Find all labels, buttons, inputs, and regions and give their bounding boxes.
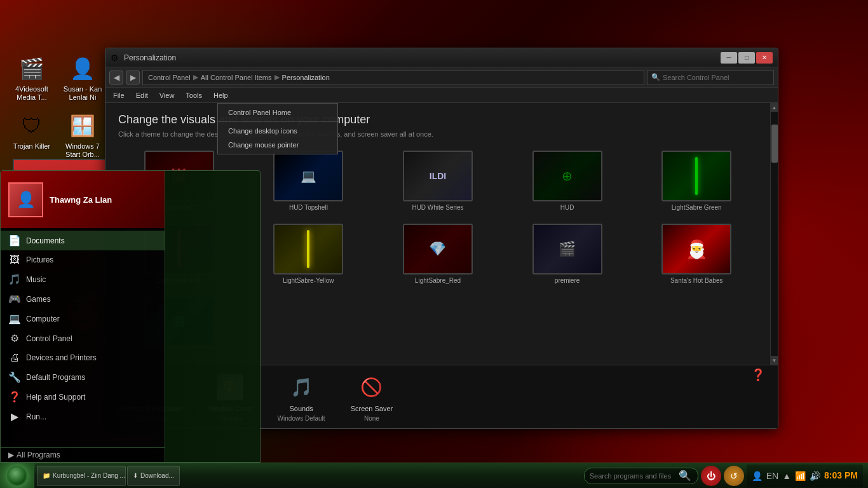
start-button[interactable]: [0, 463, 34, 489]
scrollbar[interactable]: ▲ ▼: [770, 103, 778, 365]
menu-item-cp-home[interactable]: Control Panel Home: [218, 105, 337, 119]
start-menu-top: 👤 Thawng Za Lian 📄 Documents 🖼 Pictures …: [1, 171, 260, 462]
start-item-documents[interactable]: 📄 Documents: [1, 231, 165, 250]
start-menu-items: 📄 Documents 🖼 Pictures 🎵 Music 🎮 Games: [1, 228, 165, 447]
menu-item-mouse-pointer[interactable]: Change mouse pointer: [218, 138, 337, 152]
theme-lightsabre-green[interactable]: LightSabre Green: [635, 148, 757, 214]
computer-icon: 💻: [8, 313, 21, 325]
start-item-games[interactable]: 🎮 Games: [1, 289, 165, 309]
help-sm-icon: ❓: [8, 391, 21, 403]
theme-lightsabre-yellow[interactable]: LightSabre-Yellow: [248, 221, 370, 287]
tray-icon-1[interactable]: 👤: [752, 471, 763, 481]
cp-subtext: Click a theme to change the desktop back…: [118, 130, 757, 138]
taskbar-search-icon: 🔍: [679, 470, 691, 482]
breadcrumb-bar: Control Panel ▶ All Control Panel Items …: [142, 70, 644, 85]
run-label: Run...: [26, 412, 46, 421]
taskbar-running-apps: 📁 Kurbungbel - Ziin Dang ... ⬇ Download.…: [34, 466, 581, 486]
maximize-button[interactable]: □: [738, 52, 755, 64]
start-menu-right: [165, 171, 260, 462]
kurbungbel-icon: 📁: [43, 472, 50, 479]
sep2: ▶: [275, 73, 280, 81]
theme-hud-topshell[interactable]: 💻 HUD Topshell: [248, 148, 370, 214]
taskbar-search-input[interactable]: [590, 472, 679, 480]
running-app-kurbungbel[interactable]: 📁 Kurbungbel - Ziin Dang ...: [37, 466, 126, 486]
screen-saver-sub: None: [364, 415, 379, 422]
start-menu-bottom: ▶ All Programs: [1, 447, 165, 462]
taskbar-search: 🔍: [584, 468, 698, 484]
theme-label-lightsabre-red: LightSabre_Red: [415, 277, 461, 284]
theme-label-hud-white: HUD White Series: [412, 204, 463, 211]
forward-button[interactable]: ▶: [126, 71, 140, 85]
start-item-devices[interactable]: 🖨 Devices and Printers: [1, 348, 165, 367]
breadcrumb-personalization[interactable]: Personalization: [282, 74, 330, 81]
start-item-pictures[interactable]: 🖼 Pictures: [1, 250, 165, 269]
menu-help[interactable]: Help: [208, 90, 233, 100]
window-title: Personalization: [124, 53, 721, 62]
theme-hud[interactable]: ⊕ HUD: [506, 148, 628, 214]
theme-santas[interactable]: 🎅 Santa's Hot Babes: [635, 221, 757, 287]
scroll-up[interactable]: ▲: [771, 103, 778, 112]
desktop-icon-susan[interactable]: 👤 Susan - KanLenlai Ni: [57, 51, 108, 104]
shutdown-button[interactable]: ⏻: [701, 466, 721, 486]
close-button[interactable]: ✕: [756, 52, 773, 64]
back-button[interactable]: ◀: [109, 71, 123, 85]
theme-hud-white[interactable]: ILDI HUD White Series: [377, 148, 499, 214]
file-menu-dropdown: Control Panel Home Change desktop icons …: [217, 103, 338, 154]
desktop-icon-windows7[interactable]: 🪟 Windows 7Start Orb...: [57, 108, 108, 161]
menu-file[interactable]: File: [108, 90, 130, 100]
tray-network[interactable]: 📶: [795, 471, 806, 481]
help-icon[interactable]: ❓: [751, 369, 765, 381]
kurbungbel-label: Kurbungbel - Ziin Dang ...: [53, 472, 125, 479]
theme-thumb-hud-topshell: 💻: [273, 151, 343, 201]
scroll-thumb[interactable]: [771, 125, 778, 163]
games-label: Games: [26, 295, 51, 304]
desktop-icon-videosoft[interactable]: 🎬 4VideosoftMedia T...: [6, 51, 57, 104]
start-item-run[interactable]: ▶ Run...: [1, 407, 165, 426]
menu-edit[interactable]: Edit: [131, 90, 153, 100]
all-programs-btn[interactable]: ▶ All Programs: [8, 451, 60, 459]
start-item-controlpanel[interactable]: ⚙ Control Panel: [1, 329, 165, 348]
susan-icon: 👤: [67, 53, 98, 84]
susan-label: Susan - KanLenlai Ni: [64, 85, 102, 102]
theme-thumb-lightsabre-yellow: [273, 224, 343, 274]
power-buttons: ⏻ ↺: [698, 466, 747, 486]
videosoft-label: 4VideosoftMedia T...: [15, 85, 48, 102]
breadcrumb-allcp[interactable]: All Control Panel Items: [201, 74, 272, 81]
minimize-button[interactable]: ─: [721, 52, 737, 64]
run-icon: ▶: [8, 410, 21, 423]
trojan-label: Trojan Killer: [13, 142, 50, 151]
menu-view[interactable]: View: [154, 90, 180, 100]
start-item-defaults[interactable]: 🔧 Default Programs: [1, 367, 165, 387]
theme-premiere[interactable]: 🎬 premiere: [506, 221, 628, 287]
user-panel: 👤 Thawng Za Lian: [1, 171, 165, 228]
scroll-down[interactable]: ▼: [771, 356, 778, 365]
all-programs-arrow: ▶: [8, 451, 14, 459]
screen-saver-item[interactable]: 🚫 Screen Saver None: [351, 372, 393, 422]
start-item-music[interactable]: 🎵 Music: [1, 269, 165, 289]
sounds-sub: Windows Default: [278, 415, 325, 422]
start-item-computer[interactable]: 💻 Computer: [1, 309, 165, 329]
restart-button[interactable]: ↺: [724, 466, 744, 486]
theme-lightsabre-red[interactable]: 💎 LightSabre_Red: [377, 221, 499, 287]
pictures-label: Pictures: [26, 255, 53, 264]
breadcrumb-cp[interactable]: Control Panel: [148, 74, 191, 81]
menu-item-desktop-icons[interactable]: Change desktop icons: [218, 124, 337, 138]
running-app-download[interactable]: ⬇ Download...: [127, 466, 180, 486]
computer-label: Computer: [26, 315, 60, 323]
start-item-help[interactable]: ❓ Help and Support: [1, 387, 165, 407]
search-input[interactable]: [663, 74, 764, 81]
theme-label-premiere: premiere: [555, 277, 580, 284]
videosoft-icon: 🎬: [17, 53, 47, 84]
sounds-item[interactable]: 🎵 Sounds Windows Default: [278, 372, 325, 422]
tray-icon-up[interactable]: ▲: [782, 471, 791, 481]
taskbar-right: 👤 EN ▲ 📶 🔊 8:03 PM: [747, 464, 868, 487]
music-icon: 🎵: [8, 273, 21, 285]
menu-tools[interactable]: Tools: [180, 90, 207, 100]
tray-language[interactable]: EN: [766, 471, 778, 481]
desktop-icon-trojan[interactable]: 🛡 Trojan Killer: [6, 108, 57, 153]
search-bar: 🔍: [647, 70, 774, 85]
defaults-icon: 🔧: [8, 371, 21, 383]
theme-thumb-lightsabre-green: [661, 151, 731, 201]
download-icon: ⬇: [133, 472, 138, 479]
tray-volume[interactable]: 🔊: [810, 471, 820, 481]
